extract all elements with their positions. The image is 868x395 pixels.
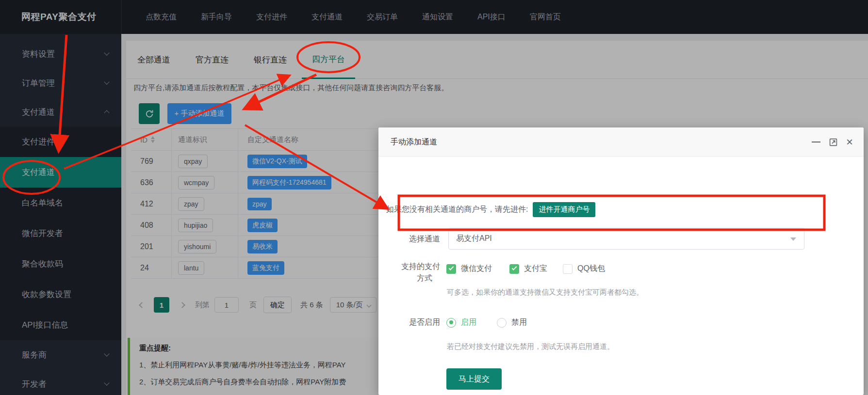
select-caret-icon <box>790 237 796 241</box>
pay-methods-hint: 可多选，如果你的通道支持微信又支持支付宝可两者都勾选。 <box>447 288 643 297</box>
submit-button[interactable]: 马上提交 <box>446 368 502 390</box>
checkbox-checked-icon <box>446 264 456 274</box>
dialog-controls: × <box>812 127 853 157</box>
add-channel-dialog: 手动添加通道 × 如果您没有相关通道的商户号，请先进件: 进件开通商户号 选择通… <box>378 127 864 395</box>
radio-enable[interactable]: 启用 <box>446 317 476 328</box>
intro-row: 如果您没有相关通道的商户号，请先进件: 进件开通商户号 <box>386 202 595 217</box>
radio-unselected-icon <box>497 318 507 328</box>
dialog-body: 如果您没有相关通道的商户号，请先进件: 进件开通商户号 选择通道 易支付API … <box>378 157 864 395</box>
select-channel-label: 选择通道 <box>378 233 440 245</box>
screen: 网程PAY聚合支付 点数充值 新手向导 支付进件 支付通道 交易订单 通知设置 … <box>0 0 868 395</box>
intro-text: 如果您没有相关通道的商户号，请先进件: <box>386 205 528 215</box>
checkbox-wechat-pay[interactable]: 微信支付 <box>446 264 492 274</box>
checkbox-checked-icon <box>509 264 519 274</box>
checkbox-alipay[interactable]: 支付宝 <box>509 264 547 274</box>
channel-select[interactable]: 易支付API <box>448 228 804 250</box>
minimize-icon[interactable] <box>812 142 820 143</box>
checkbox-unchecked-icon <box>563 264 573 274</box>
radio-disable[interactable]: 禁用 <box>497 317 527 328</box>
pay-methods-label: 支持的支付 方式 <box>378 261 440 284</box>
checkbox-qq-wallet[interactable]: QQ钱包 <box>563 264 605 274</box>
open-merchant-button[interactable]: 进件开通商户号 <box>533 202 595 217</box>
channel-select-value: 易支付API <box>456 234 492 244</box>
enable-label: 是否启用 <box>378 316 440 328</box>
dialog-title: 手动添加通道 <box>391 127 437 157</box>
maximize-icon[interactable] <box>829 138 837 146</box>
radio-selected-icon <box>446 318 456 328</box>
close-icon[interactable]: × <box>846 136 853 148</box>
dialog-header: 手动添加通道 × <box>378 127 864 157</box>
enable-hint: 若已经对接支付建议先禁用，测试无误再启用通道。 <box>447 342 614 351</box>
